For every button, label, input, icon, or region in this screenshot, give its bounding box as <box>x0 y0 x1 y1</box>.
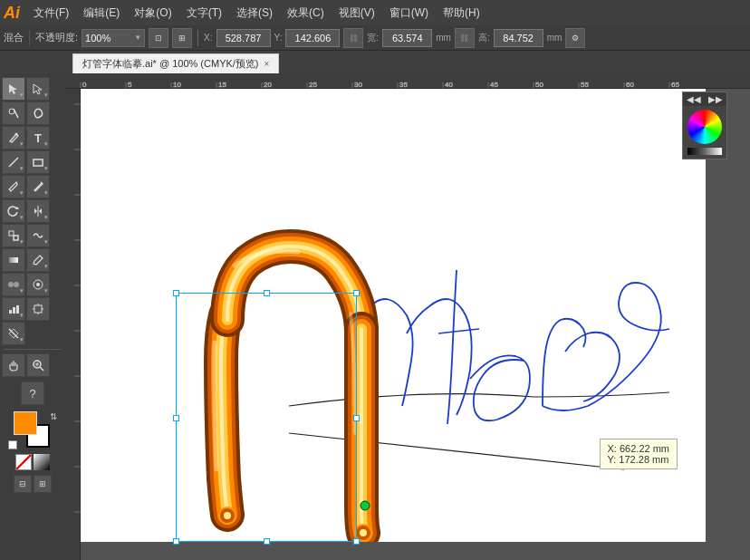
svg-rect-4 <box>34 159 43 166</box>
more-btn[interactable]: ⚙ <box>565 28 585 48</box>
graph-tool-btn[interactable]: ▾ <box>2 297 25 321</box>
menu-object[interactable]: 对象(O) <box>128 4 178 23</box>
direct-select-tool-btn[interactable]: ▾ <box>26 77 50 101</box>
select-tool-btn[interactable]: ▾ <box>2 77 25 101</box>
svg-text:35: 35 <box>399 81 408 89</box>
hand-tool-btn[interactable] <box>2 353 25 377</box>
ruler-horizontal: 0 5 10 15 20 25 30 35 40 <box>65 73 750 89</box>
type-tool-btn[interactable]: T ▾ <box>26 126 50 150</box>
svg-text:0: 0 <box>82 81 87 89</box>
svg-rect-9 <box>14 236 18 240</box>
svg-line-25 <box>40 367 43 371</box>
document-tab[interactable]: 灯管字体临摹.ai* @ 100% (CMYK/预览) × <box>72 53 279 73</box>
menu-file[interactable]: 文件(F) <box>27 4 75 23</box>
artboard-tool-btn[interactable] <box>26 297 50 321</box>
unit-mm-w: mm <box>436 33 451 43</box>
svg-text:40: 40 <box>445 81 453 89</box>
blend-mode-label: 混合 <box>4 31 24 44</box>
zoom-tool-btn[interactable] <box>26 353 50 377</box>
svg-rect-16 <box>13 307 15 314</box>
eyedropper-tool-btn[interactable]: ▾ <box>26 248 50 272</box>
fill-color-swatch[interactable] <box>14 411 37 435</box>
magic-wand-btn[interactable] <box>2 101 25 125</box>
chain-btn[interactable]: ⛓ <box>455 28 475 48</box>
lasso-btn[interactable] <box>26 101 50 125</box>
line-tool-btn[interactable]: ▾ <box>2 150 25 174</box>
tooltip-x-value: 662.22 mm <box>620 443 669 454</box>
make-mask-btn[interactable]: ⊡ <box>149 28 168 48</box>
x-label: X: <box>204 33 212 43</box>
rotate-tool-btn[interactable]: ▾ <box>2 199 25 223</box>
color-wheel[interactable] <box>688 110 722 144</box>
help-btn[interactable]: ? <box>21 381 44 405</box>
mirror-tool-btn[interactable]: ▾ <box>26 199 50 223</box>
w-field[interactable] <box>382 29 432 47</box>
panel-header: ◀◀ ▶▶ <box>683 92 726 106</box>
svg-rect-15 <box>9 310 12 314</box>
svg-text:10: 10 <box>173 81 181 89</box>
link-wh-btn[interactable]: ⛓ <box>343 28 363 48</box>
swap-colors-btn[interactable]: ⇅ <box>50 411 57 421</box>
toolbar: 混合 不透明度: 100% ⊡ ⊞ X: Y: ⛓ 宽: mm ⛓ 高: mm … <box>0 25 750 51</box>
svg-point-2 <box>15 133 18 136</box>
align-btn[interactable]: ⊞ <box>172 28 192 48</box>
menu-help[interactable]: 帮助(H) <box>437 4 486 23</box>
menu-effect[interactable]: 效果(C) <box>281 4 331 23</box>
artwork-svg <box>81 89 706 542</box>
tab-label: 灯管字体临摹.ai* @ 100% (CMYK/预览) <box>82 57 259 71</box>
svg-point-72 <box>361 501 370 510</box>
change-screen-mode-btn[interactable]: ⊟ <box>14 475 32 493</box>
svg-point-71 <box>360 529 367 536</box>
gradient-tool-btn[interactable] <box>2 248 25 272</box>
warp-tool-btn[interactable]: ▾ <box>26 224 50 247</box>
unit-mm-h: mm <box>547 33 562 43</box>
symbol-tool-btn[interactable]: ▾ <box>26 273 50 296</box>
tab-close-btn[interactable]: × <box>264 59 270 69</box>
svg-text:45: 45 <box>490 81 498 89</box>
left-toolbar: ▾ ▾ ▾ T ▾ <box>0 73 65 560</box>
svg-point-11 <box>8 282 14 287</box>
h-label: 高: <box>478 32 490 44</box>
svg-text:15: 15 <box>218 81 226 89</box>
svg-text:30: 30 <box>354 81 362 89</box>
y-field[interactable] <box>285 29 340 47</box>
tooltip-y-label: Y: <box>608 454 617 465</box>
app-logo: Ai <box>4 5 20 21</box>
svg-point-69 <box>224 512 231 519</box>
brush-tool-btn[interactable]: ▾ <box>2 175 25 198</box>
menu-select[interactable]: 选择(S) <box>230 4 279 23</box>
opacity-label: 不透明度: <box>35 31 78 44</box>
panel-expand-btn[interactable]: ▶▶ <box>708 94 723 104</box>
gradient-swatch-btn[interactable] <box>34 454 50 470</box>
toggle-visibility-btn[interactable]: ⊞ <box>34 475 52 493</box>
menu-view[interactable]: 视图(V) <box>332 4 381 23</box>
svg-text:50: 50 <box>535 81 543 89</box>
menu-edit[interactable]: 编辑(E) <box>77 4 126 23</box>
pen-tool-btn[interactable]: ▾ <box>2 126 25 150</box>
svg-text:65: 65 <box>671 81 679 89</box>
scale-tool-btn[interactable]: ▾ <box>2 224 25 247</box>
default-colors-btn[interactable]: D <box>8 440 17 449</box>
svg-line-23 <box>9 329 18 338</box>
rect-tool-btn[interactable]: ▾ <box>26 150 50 174</box>
main-area: ▾ ▾ ▾ T ▾ <box>0 73 750 560</box>
canvas-area[interactable]: 0 5 10 15 20 25 30 35 40 <box>65 73 750 560</box>
menu-type[interactable]: 文字(T) <box>180 4 228 23</box>
ruler-vertical <box>65 89 81 560</box>
slice-tool-btn[interactable]: ▾ <box>2 322 25 345</box>
no-color-btn[interactable] <box>15 454 32 470</box>
h-field[interactable] <box>494 29 543 47</box>
y-label: Y: <box>274 33 283 43</box>
tabbar: 灯管字体临摹.ai* @ 100% (CMYK/预览) × <box>0 51 750 73</box>
x-field[interactable] <box>216 29 271 47</box>
tooltip-y-value: 172.28 mm <box>619 454 668 465</box>
menu-window[interactable]: 窗口(W) <box>383 4 435 23</box>
brightness-slider[interactable] <box>688 148 722 155</box>
svg-text:55: 55 <box>581 81 589 89</box>
blend-tool-btn[interactable]: ▾ <box>2 273 25 296</box>
panel-collapse-btn[interactable]: ◀◀ <box>687 94 701 104</box>
opacity-dropdown[interactable]: 100% <box>82 29 145 47</box>
svg-text:20: 20 <box>264 81 272 89</box>
pencil-tool-btn[interactable]: ▾ <box>26 175 50 198</box>
svg-rect-18 <box>34 305 42 313</box>
